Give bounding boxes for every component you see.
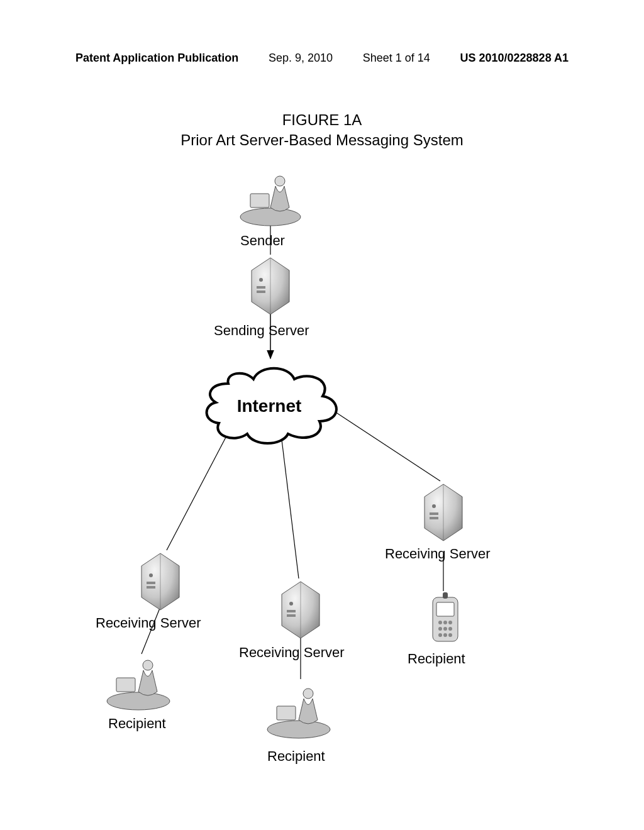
svg-rect-19: [147, 586, 155, 589]
svg-rect-45: [443, 592, 448, 599]
svg-point-41: [448, 627, 452, 631]
svg-point-38: [448, 621, 452, 624]
receiving-server-left-icon: [142, 553, 179, 610]
internet-cloud-icon: Internet: [207, 368, 336, 443]
receiving-server-mid-icon: [282, 582, 319, 638]
recipient-left-label: Recipient: [108, 716, 166, 732]
receiving-server-right-icon: [425, 484, 462, 541]
svg-rect-29: [116, 678, 135, 692]
svg-rect-26: [430, 512, 438, 515]
receiving-server-right-label: Receiving Server: [385, 546, 491, 562]
svg-line-5: [321, 402, 440, 481]
svg-rect-15: [257, 290, 265, 293]
svg-line-3: [167, 418, 236, 550]
sending-server-icon: [252, 258, 289, 314]
svg-line-4: [280, 424, 299, 578]
svg-rect-32: [277, 706, 296, 720]
svg-rect-14: [257, 286, 265, 289]
svg-point-36: [438, 621, 442, 624]
svg-point-28: [107, 692, 170, 710]
sender-label: Sender: [240, 233, 285, 249]
svg-rect-18: [147, 582, 155, 584]
diagram-svg: Internet: [0, 0, 644, 830]
svg-point-44: [448, 633, 452, 637]
recipient-right-label: Recipient: [408, 651, 465, 667]
sender-icon: [240, 176, 301, 226]
internet-label: Internet: [237, 396, 302, 416]
svg-point-11: [275, 176, 285, 186]
svg-point-25: [432, 504, 436, 508]
svg-point-31: [267, 721, 330, 738]
recipient-mid-icon: [267, 689, 330, 738]
page: Patent Application Publication Sep. 9, 2…: [0, 0, 644, 830]
recipient-left-icon: [107, 660, 170, 710]
recipient-right-phone-icon: [433, 592, 458, 641]
recipient-mid-label: Recipient: [267, 748, 325, 765]
svg-point-21: [289, 602, 293, 606]
svg-point-17: [149, 573, 153, 577]
svg-rect-23: [287, 614, 296, 617]
svg-rect-22: [287, 610, 296, 612]
svg-point-13: [259, 278, 263, 282]
svg-point-37: [443, 621, 447, 624]
sending-server-label: Sending Server: [214, 323, 309, 339]
svg-point-39: [438, 627, 442, 631]
svg-point-9: [240, 208, 301, 226]
svg-point-30: [143, 660, 153, 670]
svg-rect-27: [430, 517, 438, 519]
receiving-server-left-label: Receiving Server: [96, 615, 201, 631]
svg-point-43: [443, 633, 447, 637]
svg-rect-10: [250, 194, 269, 208]
svg-point-40: [443, 627, 447, 631]
svg-rect-35: [436, 602, 454, 616]
svg-point-42: [438, 633, 442, 637]
receiving-server-mid-label: Receiving Server: [239, 645, 345, 661]
svg-point-33: [303, 689, 313, 699]
